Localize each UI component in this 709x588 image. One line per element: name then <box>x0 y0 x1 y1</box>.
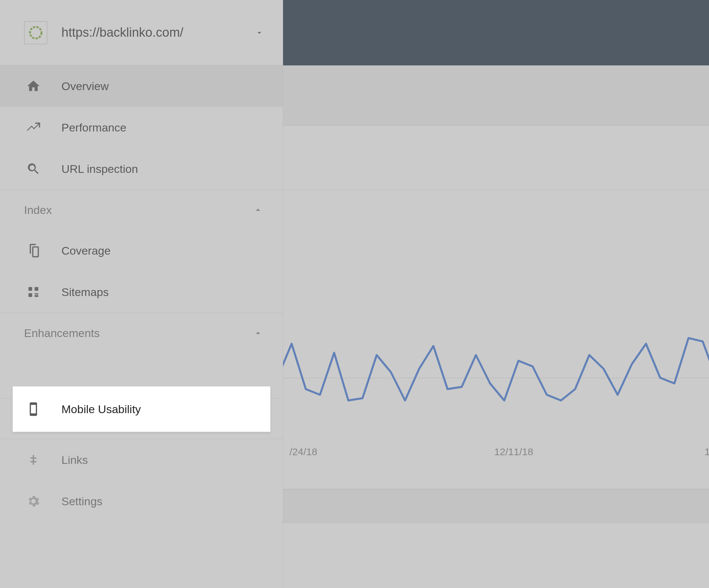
smartphone-icon <box>26 402 41 417</box>
sitemap-icon <box>26 285 41 299</box>
coverage-icon <box>26 243 41 258</box>
sidebar-item-performance[interactable]: Performance <box>0 107 283 148</box>
x-tick-label: 12/11/18 <box>494 446 533 457</box>
sidebar-item-mobile-usability[interactable]: Mobile Usability <box>13 386 270 432</box>
property-url: https://backlinko.com/ <box>61 25 255 40</box>
section-header-index[interactable]: Index <box>0 190 283 230</box>
sidebar-item-coverage[interactable]: Coverage <box>0 230 283 271</box>
x-tick-label: 12/28/18 <box>705 446 709 457</box>
sidebar-item-overview[interactable]: Overview <box>0 65 283 107</box>
sidebar-item-label: Sitemaps <box>61 286 109 299</box>
property-selector[interactable]: https://backlinko.com/ <box>0 0 283 65</box>
chevron-up-icon <box>253 328 263 338</box>
x-tick-label: /24/18 <box>289 446 317 457</box>
sidebar-item-label: Performance <box>61 121 127 134</box>
sidebar-item-links[interactable]: Links <box>0 439 283 481</box>
sidebar-item-label: Links <box>61 454 88 466</box>
gear-icon <box>26 494 41 509</box>
sidebar-item-label: Settings <box>61 495 103 508</box>
sidebar-item-label: Mobile Usability <box>61 403 141 416</box>
sidebar: https://backlinko.com/ Overview Performa… <box>0 0 283 588</box>
svg-point-0 <box>30 27 42 38</box>
sidebar-item-sitemaps[interactable]: Sitemaps <box>0 271 283 313</box>
sidebar-item-label: URL inspection <box>61 162 138 176</box>
topbar <box>283 0 709 65</box>
chevron-up-icon <box>253 205 263 215</box>
sidebar-item-label: Overview <box>61 80 109 93</box>
trending-icon <box>26 120 41 135</box>
sidebar-item-url-inspection[interactable]: URL inspection <box>0 148 283 190</box>
home-icon <box>26 79 41 93</box>
sidebar-item-label: Coverage <box>61 244 110 257</box>
dropdown-icon <box>255 28 264 37</box>
site-favicon <box>24 21 47 44</box>
section-header-label: Enhancements <box>24 327 100 340</box>
section-header-label: Index <box>24 204 52 217</box>
page-body: OPEN REPORT /24/18 12/11/18 12/28/18 1/1… <box>283 65 709 588</box>
links-icon <box>26 453 41 467</box>
search-icon <box>26 162 41 176</box>
sidebar-item-settings[interactable]: Settings <box>0 481 283 522</box>
section-header-enhancements[interactable]: Enhancements <box>0 313 283 353</box>
